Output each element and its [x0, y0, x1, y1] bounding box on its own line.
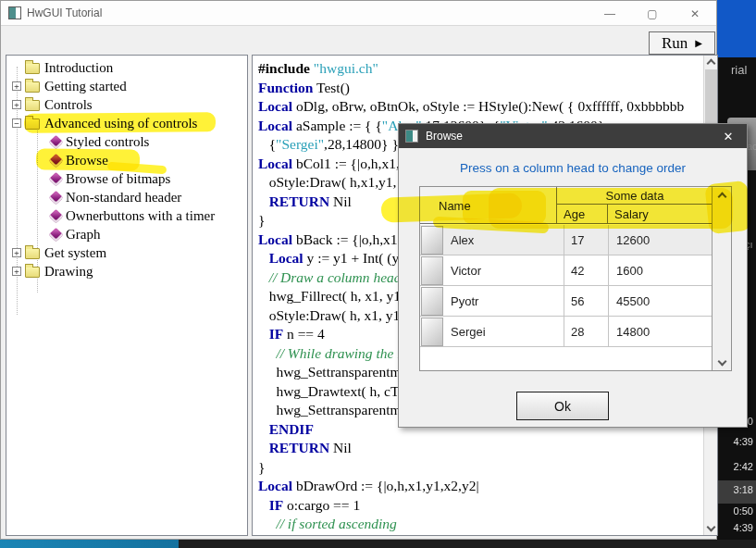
tree-item-non-standard-header[interactable]: Non-standard header: [6, 188, 247, 206]
dialog-icon: [405, 130, 418, 143]
tree-item-label: Get system: [44, 245, 106, 261]
tree-item-label: Introduction: [44, 60, 113, 76]
folder-icon: [25, 81, 40, 93]
table-row[interactable]: Pyotr5645500: [420, 286, 713, 317]
tree-item-controls[interactable]: +Controls: [6, 95, 247, 114]
video-timestamp: 3:18: [734, 484, 753, 495]
expand-icon[interactable]: +: [12, 81, 21, 91]
cell-salary: 1600: [608, 255, 643, 286]
table-row[interactable]: Victor421600: [420, 255, 713, 286]
tree-item-get-system[interactable]: +Get system: [6, 243, 247, 262]
tutorial-tree-panel: Introduction+Getting started+Controls−Ad…: [6, 55, 248, 536]
background-blue-block: [717, 0, 756, 57]
folder-icon: [25, 100, 40, 111]
cell-salary: 12600: [608, 225, 650, 255]
run-button[interactable]: Run ▶: [649, 31, 715, 55]
scrollbar-thumb[interactable]: [705, 69, 717, 123]
book-icon: [49, 134, 64, 149]
cell-salary: 45500: [608, 286, 650, 317]
tree-item-label: Getting started: [44, 79, 127, 94]
scroll-up-icon[interactable]: [704, 56, 717, 70]
tree-item-browse-of-bitmaps[interactable]: Browse of bitmaps: [6, 169, 247, 188]
cell-age: 56: [564, 286, 584, 317]
collapse-icon[interactable]: −: [12, 118, 21, 128]
video-timestamp: 2:42: [734, 461, 753, 472]
cell-name: Victor: [451, 255, 481, 286]
tree-item-introduction[interactable]: Introduction: [6, 58, 247, 77]
code-line: // if sorted ascending: [258, 515, 684, 534]
tree-item-ownerbuttons-with-a-timer[interactable]: Ownerbuttons with a timer: [6, 206, 247, 225]
background-title-fragment: rial: [731, 63, 747, 77]
tree-item-advanced-using-of-controls[interactable]: −Advanced using of controls: [6, 114, 247, 132]
book-icon: [49, 153, 64, 168]
cell-age: 17: [564, 225, 584, 255]
row-selector-button[interactable]: [421, 287, 443, 316]
tree-item-label: Browse: [66, 153, 108, 168]
dialog-close-button[interactable]: ✕: [710, 124, 747, 148]
expand-icon[interactable]: +: [12, 267, 21, 276]
dialog-hint-text: Press on a column head to change order: [399, 161, 747, 175]
cell-age: 42: [564, 255, 584, 286]
scroll-down-icon[interactable]: [713, 353, 731, 369]
video-timestamp: 0:50: [734, 505, 753, 517]
browse-table[interactable]: Name Some data Age Salary Alex1712600Vic…: [419, 186, 732, 371]
column-header-salary[interactable]: Salary: [608, 205, 713, 224]
expand-icon[interactable]: +: [12, 100, 21, 109]
tree-item-label: Controls: [44, 97, 93, 113]
tree-item-label: Non-standard header: [66, 190, 181, 206]
column-header-name[interactable]: Name: [420, 187, 557, 224]
cell-name: Sergei: [451, 317, 486, 347]
toolbar: Run ▶: [1, 27, 716, 55]
background-bottom-strip: [0, 540, 756, 548]
background-text-fragment: ac: [747, 141, 756, 152]
code-line: RETURN Nil: [258, 439, 684, 458]
close-button[interactable]: ✕: [674, 1, 716, 26]
table-row[interactable]: Sergei2814800: [420, 317, 713, 347]
taskbar-fragment: [0, 540, 179, 548]
row-selector-button[interactable]: [421, 318, 443, 346]
scroll-up-icon[interactable]: [713, 188, 731, 205]
table-scrollbar[interactable]: [712, 187, 731, 370]
tree-item-getting-started[interactable]: +Getting started: [6, 77, 247, 95]
tree-item-drawing[interactable]: +Drawing: [6, 262, 247, 280]
table-header: Name Some data Age Salary: [420, 187, 713, 224]
table-row[interactable]: Alex1712600: [420, 225, 713, 255]
expand-icon[interactable]: +: [12, 248, 21, 257]
code-line: IF o:cargo == 1: [258, 496, 684, 516]
code-line: hwg_Selectobject( h, oBrush:handle ): [258, 534, 684, 537]
code-line: #include "hwgui.ch": [258, 59, 684, 79]
cell-name: Alex: [451, 225, 474, 255]
row-selector-button[interactable]: [421, 256, 443, 285]
folder-icon: [25, 267, 40, 278]
dialog-title: Browse: [426, 130, 463, 143]
book-icon: [49, 227, 64, 242]
titlebar[interactable]: HwGUI Tutorial — ▢ ✕: [1, 1, 716, 26]
folder-icon: [25, 63, 40, 74]
column-header-age[interactable]: Age: [557, 205, 608, 224]
tree-item-label: Browse of bitmaps: [66, 171, 170, 187]
dialog-titlebar[interactable]: Browse ✕: [399, 124, 747, 148]
book-icon: [49, 190, 64, 205]
browse-dialog: Browse ✕ Press on a column head to chang…: [398, 123, 748, 428]
cell-name: Pyotr: [451, 286, 478, 317]
tree-item-label: Advanced using of controls: [44, 116, 197, 131]
tree-item-graph[interactable]: Graph: [6, 225, 247, 243]
ok-button[interactable]: Ok: [516, 392, 609, 420]
minimize-button[interactable]: —: [589, 1, 631, 26]
scroll-down-icon[interactable]: [704, 520, 717, 534]
video-timestamp: 4:39: [734, 436, 753, 447]
play-icon: ▶: [695, 38, 702, 48]
column-header-group[interactable]: Some data: [557, 187, 713, 205]
tree-item-label: Ownerbuttons with a timer: [66, 208, 215, 224]
tree-item-browse[interactable]: Browse: [6, 151, 247, 169]
tree-item-styled-controls[interactable]: Styled controls: [6, 132, 247, 151]
tree-item-label: Drawing: [44, 264, 93, 280]
row-selector-button[interactable]: [421, 226, 443, 255]
code-line: Local bDrawOrd := {|o,h,x1,y1,x2,y2|: [258, 477, 684, 496]
tree-item-label: Styled controls: [66, 134, 149, 150]
book-icon: [49, 171, 64, 186]
tree-item-label: Graph: [66, 227, 101, 243]
folder-icon: [25, 248, 40, 259]
cell-age: 28: [564, 317, 584, 347]
maximize-button[interactable]: ▢: [631, 1, 674, 26]
